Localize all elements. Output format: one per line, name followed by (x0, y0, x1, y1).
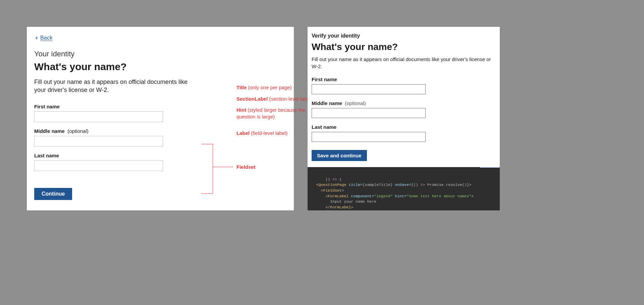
live-middle-name-label-text: Middle name (312, 100, 342, 106)
live-middle-name-field: Middle name (optional) (312, 100, 496, 118)
annotated-form-panel: Back Your identity What's your name? Fil… (27, 27, 294, 210)
live-hint: Fill out your name as it appears on offi… (312, 56, 496, 70)
code-block: Hide code() => ( <QuestionPage title={sa… (308, 167, 500, 210)
code-token: < (312, 183, 319, 187)
code-token: </ (312, 205, 330, 209)
annotation-label: Label (field-level label) (236, 130, 317, 137)
code-token: component (351, 194, 372, 198)
code-token: } (390, 183, 395, 187)
last-name-input[interactable] (34, 160, 163, 171)
back-row: Back (34, 35, 286, 41)
code-token: sampleTitle (365, 183, 390, 187)
code-token: Input your name here (312, 199, 376, 204)
section-label: What's your name? (34, 61, 286, 72)
first-name-field: First name (34, 104, 163, 122)
middle-name-optional-suffix-text: (optional) (67, 128, 89, 134)
code-token: > (342, 188, 344, 193)
annotation-sectionlabel: SectionLabel (section-level label) (236, 96, 317, 102)
code-token: ( (337, 177, 342, 182)
code-token: onSave (395, 183, 409, 187)
code-token: > (471, 194, 474, 198)
continue-button[interactable]: Continue (34, 188, 72, 200)
code-token: > (351, 205, 353, 209)
code-token: hint (395, 194, 405, 198)
live-first-name-field: First name (312, 77, 496, 94)
live-form-body: Verify your identity What's your name? F… (308, 27, 500, 167)
code-token: title (348, 183, 360, 187)
middle-name-label: Middle name (optional) (34, 128, 163, 134)
back-link[interactable]: Back (40, 35, 52, 41)
code-token: Promise.resolve()}> (425, 183, 471, 187)
fieldset-bracket-line-icon (213, 167, 233, 167)
live-question: What's your name? (312, 42, 496, 52)
last-name-field: Last name (34, 153, 163, 171)
first-name-input[interactable] (34, 111, 163, 122)
annotation-column: Title (only one per page) SectionLabel (… (236, 84, 317, 141)
code-token: < (312, 188, 323, 193)
code-token: Fieldset (323, 188, 342, 193)
live-middle-name-label: Middle name (optional) (312, 100, 496, 106)
last-name-label: Last name (34, 153, 163, 158)
live-last-name-input[interactable] (312, 132, 426, 142)
code-token (393, 194, 395, 198)
live-middle-name-input[interactable] (312, 108, 426, 118)
live-middle-name-optional-suffix-text: (optional) (345, 100, 366, 106)
code-token: < (312, 194, 328, 198)
arrow-left-icon (34, 36, 39, 40)
annotation-title: Title (only one per page) (236, 84, 317, 91)
first-name-label: First name (34, 104, 163, 109)
live-kicker: Verify your identity (312, 33, 496, 39)
code-token: FormLabel (328, 194, 348, 198)
live-form-panel: Verify your identity What's your name? F… (308, 27, 500, 210)
code-token: "Some text here about names" (407, 194, 471, 198)
live-first-name-input[interactable] (312, 84, 426, 94)
live-last-name-field: Last name (312, 124, 496, 142)
hide-code-button[interactable]: Hide code (480, 167, 500, 168)
name-fieldset: First name Middle name (optional) Last n… (34, 104, 163, 171)
middle-name-input[interactable] (34, 136, 163, 147)
code-token: () (325, 177, 332, 182)
middle-name-field: Middle name (optional) (34, 128, 163, 147)
code-token: QuestionPage (319, 183, 346, 187)
code-token: "legend" (374, 194, 392, 198)
live-first-name-label: First name (312, 77, 496, 82)
code-token: => (332, 177, 337, 182)
page-title: Your identity (34, 50, 286, 58)
annotation-hint: Hint (styled larger because the question… (236, 107, 317, 120)
live-last-name-label: Last name (312, 124, 496, 130)
middle-name-label-text: Middle name (34, 128, 65, 134)
fieldset-bracket-icon (201, 144, 213, 194)
annotation-fieldset: Fieldset (236, 164, 256, 170)
form-hint: Fill out your name as it appears on offi… (34, 78, 192, 94)
save-and-continue-button[interactable]: Save and continue (312, 150, 367, 161)
code-token: FormLabel (330, 205, 351, 209)
code-token: = (404, 194, 407, 198)
code-token: => (420, 183, 425, 187)
code-token: ={ (360, 183, 365, 187)
code-token: ={() (409, 183, 421, 187)
